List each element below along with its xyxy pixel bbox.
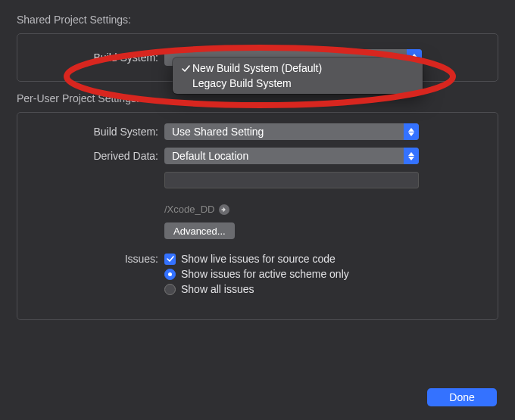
build-system-label-shared: Build System: xyxy=(30,51,164,64)
build-system-dropdown-menu: New Build System (Default) Legacy Build … xyxy=(173,58,423,94)
show-all-issues-radio[interactable]: Show all issues xyxy=(164,283,485,295)
issues-label: Issues: xyxy=(30,253,164,265)
build-system-label-peruser: Build System: xyxy=(30,126,164,138)
radio-selected-icon xyxy=(164,269,176,280)
checkbox-checked-icon xyxy=(164,254,176,265)
done-button[interactable]: Done xyxy=(427,388,497,406)
project-settings-window: Shared Project Settings: Build System: N… xyxy=(0,0,515,420)
popup-stepper-icon xyxy=(404,123,419,140)
show-issues-active-scheme-radio[interactable]: Show issues for active scheme only xyxy=(164,268,485,280)
peruser-settings-group: Build System: Use Shared Setting Derived… xyxy=(17,112,498,320)
show-live-issues-checkbox[interactable]: Show live issues for source code xyxy=(164,253,485,265)
derived-data-path-field[interactable] xyxy=(164,172,419,188)
popup-stepper-icon xyxy=(404,148,419,164)
derived-data-resolved-path: /Xcode_DD xyxy=(164,204,214,215)
menu-item-new-build-system[interactable]: New Build System (Default) xyxy=(173,61,423,76)
derived-data-label: Derived Data: xyxy=(30,150,164,162)
derived-data-popup[interactable]: Default Location xyxy=(164,148,419,164)
reveal-in-finder-icon[interactable] xyxy=(219,204,229,215)
derived-data-popup-value: Default Location xyxy=(172,150,248,162)
build-system-popup-peruser[interactable]: Use Shared Setting xyxy=(164,123,419,140)
checkmark-icon xyxy=(179,64,192,73)
shared-settings-label: Shared Project Settings: xyxy=(17,14,498,26)
peruser-settings-label: Per-User Project Settings: xyxy=(17,92,498,104)
radio-unselected-icon xyxy=(164,284,176,295)
build-system-popup-peruser-value: Use Shared Setting xyxy=(172,126,264,138)
menu-item-legacy-build-system[interactable]: Legacy Build System xyxy=(173,76,423,91)
advanced-button[interactable]: Advanced... xyxy=(164,222,235,239)
